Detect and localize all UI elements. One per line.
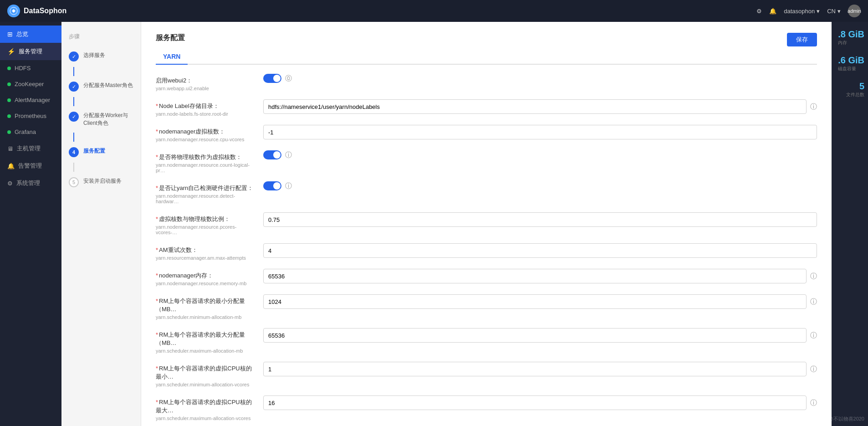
- system-icon: ⚙: [7, 180, 13, 187]
- overview-icon: ⊞: [7, 31, 13, 38]
- grafana-dot: [7, 130, 11, 134]
- sidebar-item-system[interactable]: ⚙ 系统管理: [0, 175, 61, 192]
- input-am-retry[interactable]: [263, 243, 817, 258]
- config-title: 服务配置: [156, 33, 185, 43]
- hdfs-dot: [7, 67, 11, 70]
- label-node-label-dir: *Node Label存储目录： yarn.node-labels.fs-sto…: [156, 99, 256, 117]
- sidebar-item-overview[interactable]: ⊞ 总览: [0, 26, 61, 43]
- input-min-alloc-mb[interactable]: [263, 294, 807, 309]
- tab-yarn[interactable]: YARN: [156, 50, 188, 65]
- sidebar-item-label-overview: 总览: [16, 30, 28, 38]
- settings-icon: ⚙: [756, 8, 762, 15]
- sidebar-item-hdfs[interactable]: HDFS: [0, 60, 61, 76]
- form-row-am-retry: *AM重试次数： yarn.resourcemanager.am.max-att…: [156, 243, 817, 261]
- app-title: DataSophon: [24, 7, 66, 15]
- label-max-alloc-vcores: *RM上每个容器请求的虚拟CPU核的最大… yarn.scheduler.max…: [156, 395, 256, 421]
- settings-nav-item[interactable]: ⚙: [756, 8, 762, 15]
- label-am-retry: *AM重试次数： yarn.resourcemanager.am.max-att…: [156, 243, 256, 261]
- help-icon-node-label-dir[interactable]: ⓘ: [810, 103, 817, 111]
- label-physical-cores: *是否将物理核数作为虚拟核数： yarn.nodemanager.resourc…: [156, 150, 256, 173]
- sidebar: ⊞ 总览 ⚡ 服务管理 HDFS ZooKeeper AlertManager …: [0, 22, 61, 426]
- right-panel: .8 GiB 内存 .6 GiB 磁盘容量 5 文件总数: [832, 22, 868, 426]
- help-icon-max-alloc-vcores[interactable]: ⓘ: [810, 399, 817, 407]
- sidebar-item-label-zookeeper: ZooKeeper: [15, 81, 44, 87]
- sidebar-item-label-grafana: Grafana: [15, 128, 36, 135]
- wizard-step-2[interactable]: ✓ 分配服务Master角色: [61, 76, 141, 97]
- wizard-top-label: 步骤: [61, 29, 141, 46]
- sidebar-item-service[interactable]: ⚡ 服务管理: [0, 43, 61, 60]
- wizard-step-label-5: 安装并启动服务: [83, 177, 122, 185]
- sidebar-item-grafana[interactable]: Grafana: [0, 124, 61, 140]
- form-row-max-alloc-vcores: *RM上每个容器请求的虚拟CPU核的最大… yarn.scheduler.max…: [156, 395, 817, 421]
- save-button[interactable]: 保存: [787, 33, 817, 46]
- value-min-alloc-vcores: ⓘ: [263, 362, 817, 376]
- help-icon-detect-hardware[interactable]: ⓘ: [285, 182, 292, 190]
- sidebar-item-zookeeper[interactable]: ZooKeeper: [0, 76, 61, 92]
- value-vcores-ratio: [263, 212, 817, 227]
- value-nm-memory: ⓘ: [263, 269, 817, 283]
- wizard-step-label-3: 分配服务Worker与Client角色: [83, 112, 133, 127]
- input-nm-vcores[interactable]: [263, 125, 817, 139]
- toggle-webui2[interactable]: [263, 74, 281, 83]
- sidebar-item-alert[interactable]: 🔔 告警管理: [0, 157, 61, 175]
- stat-files: 5 文件总数: [846, 81, 864, 98]
- nav-right: ⚙ 🔔 datasophon ▾ CN ▾ admin: [756, 5, 861, 17]
- help-icon-nm-memory[interactable]: ⓘ: [810, 272, 817, 281]
- stat-disk: .6 GiB 磁盘容量: [838, 55, 864, 72]
- label-min-alloc-vcores: *RM上每个容器请求的虚拟CPU核的最小… yarn.scheduler.min…: [156, 362, 256, 387]
- wizard-step-1[interactable]: ✓ 选择服务: [61, 46, 141, 67]
- wizard-step-label-2: 分配服务Master角色: [83, 82, 133, 89]
- sidebar-item-alertmanager[interactable]: AlertManager: [0, 92, 61, 108]
- help-icon-webui2[interactable]: ⓪: [285, 74, 292, 83]
- input-max-alloc-mb[interactable]: [263, 328, 807, 343]
- toggle-physical-cores[interactable]: [263, 150, 281, 159]
- help-icon-min-alloc-mb[interactable]: ⓘ: [810, 298, 817, 306]
- watermark: CSDN @不以物喜2020: [812, 416, 864, 422]
- help-icon-physical-cores[interactable]: ⓘ: [285, 151, 292, 159]
- main-content: 步骤 ✓ 选择服务 ✓ 分配服务Master角色 ✓ 分配服务Worker与Cl…: [61, 22, 868, 426]
- lang-label: CN: [827, 8, 836, 15]
- form-row-webui2: 启用webui2： yarn.webapp.ui2.enable ⓪: [156, 74, 817, 91]
- input-min-alloc-vcores[interactable]: [263, 362, 807, 376]
- wizard-step-circle-5: 5: [69, 177, 79, 187]
- user-nav-item[interactable]: datasophon ▾: [784, 8, 820, 15]
- lang-dropdown-icon: ▾: [837, 8, 841, 15]
- avatar: admin: [848, 5, 861, 17]
- user-dropdown-icon: ▾: [817, 8, 820, 15]
- username-label: datasophon: [784, 8, 815, 15]
- wizard-step-5[interactable]: 5 安装并启动服务: [61, 172, 141, 193]
- input-max-alloc-vcores[interactable]: [263, 395, 807, 410]
- form-row-nm-memory: *nodemanager内存： yarn.nodemanager.resourc…: [156, 269, 817, 286]
- bell-nav-item[interactable]: 🔔: [769, 8, 776, 15]
- form-row-nm-vcores: *nodemanager虚拟核数： yarn.nodemanager.resou…: [156, 125, 817, 142]
- sidebar-item-label-prometheus: Prometheus: [15, 113, 46, 119]
- help-icon-min-alloc-vcores[interactable]: ⓘ: [810, 365, 817, 374]
- wizard-step-3[interactable]: ✓ 分配服务Worker与Client角色: [61, 106, 141, 133]
- value-min-alloc-mb: ⓘ: [263, 294, 817, 309]
- stat-memory: .8 GiB 内存: [838, 29, 864, 46]
- main-layout: ⊞ 总览 ⚡ 服务管理 HDFS ZooKeeper AlertManager …: [0, 22, 868, 426]
- input-node-label-dir[interactable]: [263, 99, 807, 114]
- value-max-alloc-vcores: ⓘ: [263, 395, 817, 410]
- label-detect-hardware: *是否让yarn自己检测硬件进行配置： yarn.nodemanager.res…: [156, 181, 256, 204]
- wizard-step-4[interactable]: 4 服务配置: [61, 142, 141, 163]
- input-nm-memory[interactable]: [263, 269, 807, 283]
- help-icon-max-alloc-mb[interactable]: ⓘ: [810, 331, 817, 340]
- value-webui2: ⓪: [263, 74, 817, 83]
- input-vcores-ratio[interactable]: [263, 212, 817, 227]
- wizard-connector-2: [73, 97, 74, 106]
- alertmanager-dot: [7, 98, 11, 102]
- toggle-detect-hardware[interactable]: [263, 181, 281, 190]
- sidebar-item-label-service: 服务管理: [19, 47, 42, 56]
- wizard-step-label-1: 选择服务: [83, 51, 105, 59]
- sidebar-item-host[interactable]: 🖥 主机管理: [0, 140, 61, 157]
- sidebar-item-prometheus[interactable]: Prometheus: [0, 108, 61, 124]
- lang-nav-item[interactable]: CN ▾: [827, 8, 841, 15]
- wizard-step-circle-1: ✓: [69, 51, 79, 62]
- prometheus-dot: [7, 114, 11, 118]
- wizard-connector-4: [73, 163, 74, 172]
- admin-nav-item[interactable]: admin: [848, 5, 861, 17]
- sidebar-item-label-host: 主机管理: [17, 144, 41, 153]
- label-nm-vcores: *nodemanager虚拟核数： yarn.nodemanager.resou…: [156, 125, 256, 142]
- bell-icon: 🔔: [769, 8, 776, 15]
